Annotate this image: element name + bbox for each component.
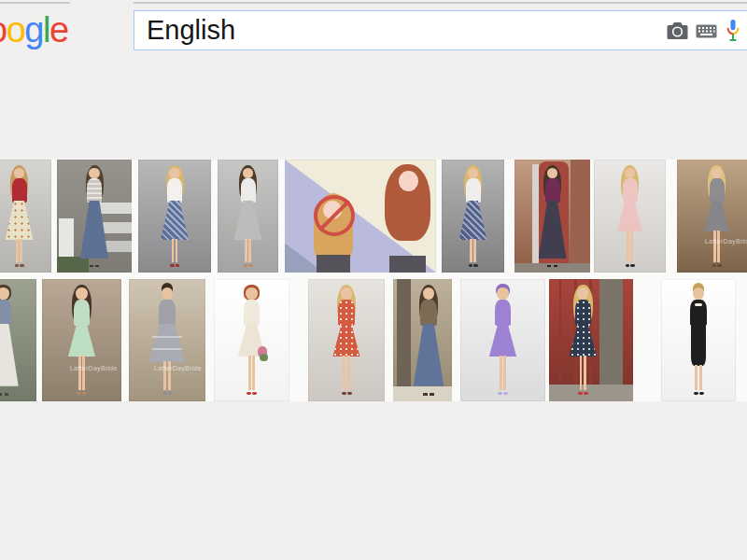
image-result-thumbnail[interactable]: LatterDayBride: [42, 279, 121, 401]
image-result-thumbnail[interactable]: [460, 279, 545, 401]
image-result-thumbnail[interactable]: LatterDayBride: [677, 160, 747, 273]
person-face: [341, 287, 352, 300]
image-result-thumbnail[interactable]: [549, 279, 633, 401]
photo-watermark: LatterDayBride: [70, 365, 118, 372]
person-shoe: [342, 392, 346, 395]
person-shoe: [5, 393, 9, 396]
image-result-thumbnail[interactable]: [214, 279, 289, 401]
image-result-thumbnail[interactable]: [594, 160, 666, 273]
search-by-image-button[interactable]: [667, 21, 688, 40]
logo-letter: o: [7, 10, 25, 49]
image-result-thumbnail[interactable]: [0, 160, 51, 273]
person-shoe: [176, 264, 180, 267]
person-leg: [16, 239, 19, 262]
person-skirt: [0, 324, 19, 386]
person-shoe: [90, 265, 93, 268]
person-shoe: [430, 393, 434, 396]
person-leg: [248, 356, 251, 390]
scene-shape: [98, 203, 132, 214]
person-skirt: [617, 201, 642, 231]
image-result-thumbnail[interactable]: [0, 279, 36, 401]
person-shoe: [77, 392, 81, 395]
person-face: [162, 287, 173, 300]
person-skirt: [68, 324, 95, 357]
image-result-thumbnail[interactable]: [138, 160, 211, 273]
person-skirt: [332, 324, 359, 357]
image-result-thumbnail[interactable]: LatterDayBride: [129, 279, 205, 401]
voice-search-button[interactable]: [725, 18, 741, 46]
person-skirt: [704, 201, 729, 231]
microphone-icon: [725, 35, 741, 49]
google-images-results-page: { "page": { "background": "#f1f0ee", "ba…: [0, 0, 747, 560]
photo-watermark: LatterDayBride: [705, 238, 747, 245]
google-logo[interactable]: oogle: [0, 9, 68, 50]
scene-shape: [397, 279, 411, 401]
person-skirt: [489, 324, 516, 357]
image-results-grid: LatterDayBrideLatterDayBrideLatterDayBri…: [0, 160, 747, 401]
photo-detail: [260, 354, 267, 361]
logo-letter: e: [49, 10, 68, 49]
person-top-garment: [12, 178, 27, 203]
illustrated-redhead-tank: [389, 256, 426, 273]
image-result-thumbnail[interactable]: [285, 160, 436, 273]
person-face: [497, 287, 508, 300]
person-top-garment: [0, 300, 11, 326]
image-result-thumbnail[interactable]: [308, 279, 385, 401]
person-top-garment: [241, 178, 256, 203]
person-face: [243, 168, 253, 179]
person-shoe: [630, 264, 635, 267]
person-leg: [695, 365, 698, 390]
person-leg: [713, 231, 716, 262]
keyboard-icon: [696, 27, 717, 41]
person-leg: [172, 239, 175, 262]
person-top-garment: [623, 178, 638, 203]
prohibition-circle: [314, 195, 355, 236]
person-shoe: [170, 264, 175, 267]
person-skirt: [6, 201, 34, 240]
top-rule-left-segment: [0, 2, 70, 4]
illustrated-redhead-face: [399, 171, 418, 191]
person-shoe: [95, 265, 99, 268]
skirt-ruffle: [152, 336, 183, 339]
person-shoe: [469, 264, 473, 267]
person-top-garment: [575, 300, 591, 326]
person-top-garment: [87, 178, 102, 203]
scene-shape: [559, 279, 562, 385]
person-top-garment: [244, 300, 260, 326]
keyboard-button[interactable]: [696, 24, 717, 38]
person-top-garment: [495, 300, 511, 326]
person-face: [468, 168, 478, 179]
person-leg: [473, 239, 476, 262]
image-result-thumbnail[interactable]: [57, 160, 132, 273]
person-leg: [176, 239, 178, 262]
person-shoe: [554, 265, 557, 268]
person-shoe: [699, 392, 704, 395]
search-input[interactable]: [134, 11, 747, 49]
person-leg: [248, 239, 251, 262]
person-face: [246, 287, 257, 300]
person-shoe: [244, 264, 248, 267]
person-shoe: [15, 264, 20, 267]
person-top-garment: [710, 178, 725, 203]
person-leg: [245, 239, 247, 262]
image-result-thumbnail[interactable]: [442, 160, 504, 273]
person-leg: [163, 361, 166, 390]
person-leg: [168, 361, 171, 390]
person-top-garment: [338, 300, 354, 326]
image-result-thumbnail[interactable]: [218, 160, 278, 273]
image-result-thumbnail[interactable]: [514, 160, 590, 273]
person-leg: [252, 356, 255, 390]
scene-shape: [599, 279, 623, 401]
person-face: [712, 168, 722, 179]
person-shoe: [578, 392, 583, 395]
prohibition-slash: [318, 200, 350, 231]
person-top-garment: [545, 178, 560, 203]
person-leg: [470, 239, 472, 262]
person-shoe: [694, 392, 698, 395]
scene-shape: [57, 257, 89, 273]
person-skirt: [691, 324, 705, 366]
image-result-thumbnail[interactable]: [393, 279, 452, 401]
person-skirt: [234, 201, 262, 240]
image-result-thumbnail[interactable]: [661, 279, 736, 401]
person-leg: [82, 356, 85, 390]
